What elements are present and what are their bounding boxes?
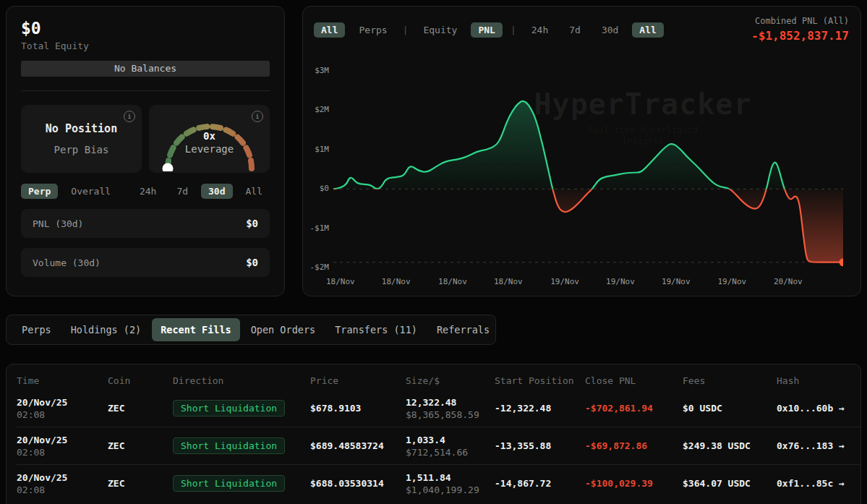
volume-stat-label: Volume (30d) [33, 257, 101, 268]
scope-tabs: PerpOverall [21, 184, 118, 199]
combined-pnl-value: -$1,852,837.17 [751, 29, 849, 43]
chart-filter-all[interactable]: All [632, 22, 663, 38]
range-tab-7d[interactable]: 7d [169, 184, 195, 199]
scope-tab-perp[interactable]: Perp [21, 184, 58, 199]
x-tick-6: 19/Nov [656, 277, 696, 286]
fill-size-usd: $1,040,199.29 [406, 484, 495, 496]
pnl-stat-value: $0 [246, 218, 258, 229]
cell-size: 1,511.84$1,040,199.29 [406, 471, 495, 496]
fill-size: 1,033.4 [406, 434, 495, 446]
y-tick-1m: -$1M [303, 223, 329, 233]
range-tab-all[interactable]: All [239, 184, 270, 199]
column-header-start-position: Start Position [495, 375, 585, 386]
table-header-row: TimeCoinDirectionPriceSize/$Start Positi… [17, 371, 860, 390]
range-tab-30d[interactable]: 30d [201, 184, 232, 199]
cell-price: $678.9103 [310, 402, 406, 414]
tab-perps[interactable]: Perps [13, 318, 60, 341]
chart-filter-all[interactable]: All [314, 22, 345, 38]
x-tick-2: 18/Nov [432, 277, 473, 286]
chart-toolbar: AllPerps|EquityPNL|24h7d30dAll [314, 22, 664, 38]
tab-referrals[interactable]: Referrals [428, 318, 498, 341]
cell-direction: Short Liquidation [173, 400, 310, 417]
y-tick-3m: $3M [303, 66, 329, 75]
table-row: 20/Nov/2502:08ZECShort Liquidation$678.9… [17, 390, 860, 427]
cell-close-pnl: -$100,029.39 [585, 478, 683, 489]
summary-cards-row: No Position Perp Bias 0x [21, 105, 270, 173]
tab-holdings-2[interactable]: Holdings (2) [62, 318, 150, 341]
recent-fills-table: TimeCoinDirectionPriceSize/$Start Positi… [6, 364, 861, 504]
fill-date: 20/Nov/25 [17, 396, 108, 409]
fill-size-usd: $8,365,858.59 [406, 409, 495, 421]
equity-panel: $0 Total Equity No Balances No Position … [6, 6, 285, 296]
fill-time: 02:08 [17, 484, 108, 496]
leverage-card: 0x Leverage [149, 105, 270, 173]
cell-close-pnl: -$702,861.94 [585, 403, 683, 414]
x-tick-0: 18/Nov [320, 277, 361, 286]
chart-panel: AllPerps|EquityPNL|24h7d30dAll Combined … [302, 6, 861, 296]
column-header-size: Size/$ [406, 375, 495, 386]
toolbar-separator: | [509, 25, 518, 35]
hash-link[interactable]: 0xf1...85c → [777, 478, 860, 489]
cell-direction: Short Liquidation [173, 475, 310, 492]
cell-price: $689.48583724 [310, 440, 406, 452]
position-card: No Position Perp Bias [21, 105, 142, 173]
left-filters-row: PerpOverall 24h7d30dAll [21, 184, 270, 199]
column-header-close-pnl: Close PNL [585, 375, 683, 386]
chart-filter-perps[interactable]: Perps [351, 22, 394, 38]
fill-time: 02:08 [17, 446, 108, 458]
tab-recent-fills[interactable]: Recent Fills [152, 318, 240, 341]
column-header-fees: Fees [683, 375, 777, 386]
column-header-time: Time [17, 375, 108, 386]
tab-open-orders[interactable]: Open Orders [242, 318, 324, 341]
cell-size: 12,322.48$8,365,858.59 [406, 396, 495, 421]
volume-stat-value: $0 [246, 257, 258, 268]
hash-link[interactable]: 0x76...183 → [777, 440, 860, 451]
column-header-coin: Coin [108, 375, 173, 386]
range-tabs: 24h7d30dAll [132, 184, 270, 199]
x-tick-3: 18/Nov [488, 277, 529, 286]
fill-size-usd: $712,514.66 [406, 446, 495, 458]
pnl-area-chart[interactable] [333, 59, 843, 278]
x-tick-1: 18/Nov [376, 277, 417, 286]
cell-time: 20/Nov/2502:08 [17, 471, 108, 496]
column-header-direction: Direction [173, 375, 310, 386]
table-row: 20/Nov/2502:08ZECShort Liquidation$689.4… [17, 427, 860, 464]
range-tab-24h[interactable]: 24h [132, 184, 163, 199]
cell-coin: ZEC [108, 402, 173, 414]
direction-badge: Short Liquidation [173, 437, 285, 454]
cell-fees: $0 USDC [683, 402, 777, 414]
chart-filter-30d[interactable]: 30d [594, 22, 625, 38]
cell-start-position: -12,322.48 [495, 402, 585, 414]
cell-time: 20/Nov/2502:08 [17, 396, 108, 421]
cell-coin: ZEC [108, 440, 173, 452]
fill-time: 02:08 [17, 409, 108, 421]
volume-stat-row: Volume (30d) $0 [21, 248, 270, 277]
fill-date: 20/Nov/25 [17, 434, 108, 446]
info-icon[interactable] [124, 111, 135, 122]
positive-area [333, 101, 843, 262]
chart-filter-pnl[interactable]: PNL [471, 22, 502, 38]
position-card-title: No Position [46, 122, 117, 135]
cell-fees: $364.07 USDC [683, 477, 777, 490]
fill-date: 20/Nov/25 [17, 471, 108, 484]
chart-filter-7d[interactable]: 7d [562, 22, 588, 38]
chart-filter-24h[interactable]: 24h [524, 22, 555, 38]
x-tick-8: 20/Nov [768, 277, 808, 286]
cell-time: 20/Nov/2502:08 [17, 434, 108, 458]
scope-tab-overall[interactable]: Overall [64, 184, 118, 199]
cell-direction: Short Liquidation [173, 437, 310, 454]
tab-transfers-11[interactable]: Transfers (11) [326, 318, 426, 341]
x-tick-7: 19/Nov [712, 277, 752, 286]
direction-badge: Short Liquidation [173, 400, 285, 417]
hash-link[interactable]: 0x10...60b → [777, 403, 860, 414]
cell-start-position: -13,355.88 [495, 440, 585, 452]
fill-size: 12,322.48 [406, 396, 495, 409]
x-tick-4: 19/Nov [544, 277, 585, 286]
x-tick-5: 19/Nov [600, 277, 641, 286]
column-header-hash: Hash [777, 375, 860, 386]
section-tabs-bar: PerpsHoldings (2)Recent FillsOpen Orders… [6, 315, 496, 345]
total-equity-label: Total Equity [21, 40, 270, 51]
chart-filter-equity[interactable]: Equity [416, 22, 464, 38]
leverage-label: Leverage [149, 142, 270, 155]
toolbar-separator: | [401, 25, 410, 35]
